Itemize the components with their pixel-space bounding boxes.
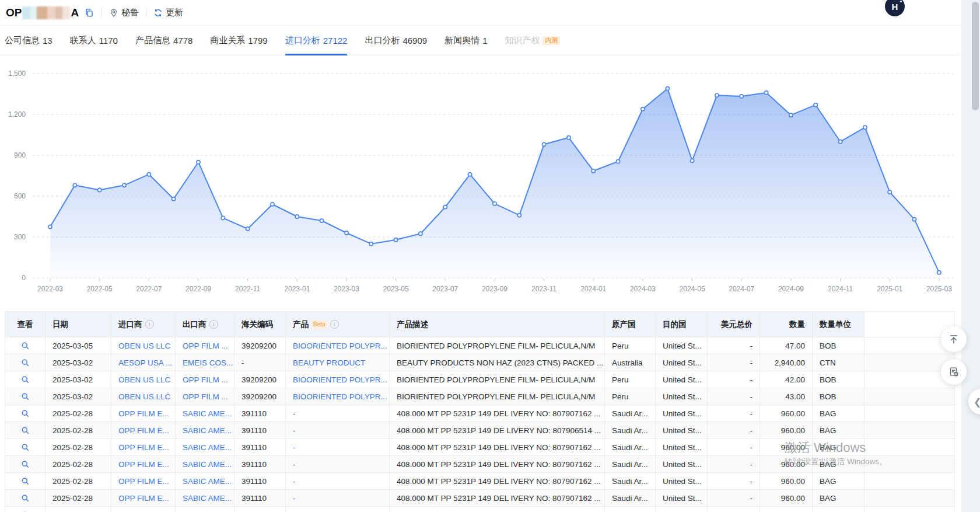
cell-product-link[interactable]: - xyxy=(286,405,390,422)
report-feedback-button[interactable] xyxy=(941,359,967,385)
data-point-marker[interactable] xyxy=(369,242,373,246)
data-point-marker[interactable] xyxy=(740,95,743,98)
view-detail-button[interactable] xyxy=(5,490,46,507)
view-detail-button[interactable] xyxy=(5,371,46,388)
view-detail-button[interactable] xyxy=(5,388,46,405)
data-point-marker[interactable] xyxy=(271,203,274,206)
back-to-top-button[interactable] xyxy=(941,326,967,352)
cell-exporter-link[interactable]: SABIC AME... xyxy=(176,405,235,422)
cell-product-link[interactable]: BIOORIENTED POLYPR... xyxy=(286,337,390,354)
data-point-marker[interactable] xyxy=(691,159,694,162)
tab-intellectual-property[interactable]: 知识产权内测 xyxy=(505,26,560,55)
data-point-marker[interactable] xyxy=(617,159,620,163)
data-point-marker[interactable] xyxy=(937,271,941,274)
cell-product-link[interactable]: - xyxy=(286,490,390,507)
view-detail-button[interactable] xyxy=(5,422,46,439)
cell-importer-link[interactable]: OPP FILM E... xyxy=(111,405,176,422)
data-point-marker[interactable] xyxy=(641,107,645,111)
data-point-marker[interactable] xyxy=(221,216,225,220)
cell-exporter-link[interactable]: SABIC AME... xyxy=(176,422,235,439)
data-point-marker[interactable] xyxy=(48,225,52,228)
cell-importer-link[interactable]: OBEN US LLC xyxy=(111,337,176,354)
data-point-marker[interactable] xyxy=(295,215,299,218)
view-detail-button[interactable] xyxy=(5,439,46,456)
view-detail-button[interactable] xyxy=(5,507,46,512)
cell-exporter-link[interactable]: OPP FILM ... xyxy=(176,388,235,405)
cell-importer-link[interactable]: OPP FILM E... xyxy=(111,439,176,456)
data-point-marker[interactable] xyxy=(789,113,793,117)
cell-importer-link[interactable]: AESOP USA ... xyxy=(111,354,176,371)
cell-product-link[interactable]: - xyxy=(286,439,390,456)
data-point-marker[interactable] xyxy=(592,169,595,173)
cell-product-link[interactable]: BEAUTY PRODUCT xyxy=(286,354,390,371)
data-point-marker[interactable] xyxy=(814,103,817,107)
cell-exporter-link[interactable]: SABIC AME... xyxy=(176,456,235,473)
tab-news-sentiment[interactable]: 新闻舆情1 xyxy=(444,26,487,55)
cell-product-link[interactable]: - xyxy=(286,473,390,490)
data-point-marker[interactable] xyxy=(73,183,76,187)
cell-product-link[interactable]: BIOORIENTED POLYPR... xyxy=(286,388,390,405)
refresh-item[interactable]: 更新 xyxy=(153,7,183,18)
data-point-marker[interactable] xyxy=(394,238,398,242)
location-item[interactable]: 秘鲁 xyxy=(109,7,139,18)
data-point-marker[interactable] xyxy=(888,190,891,194)
cell-importer-link[interactable]: OPP FILM E... xyxy=(111,456,176,473)
tab-import-analysis[interactable]: 进口分析27122 xyxy=(285,26,348,55)
data-point-marker[interactable] xyxy=(542,142,546,146)
data-point-marker[interactable] xyxy=(765,91,768,95)
cell-product-link[interactable]: - xyxy=(286,456,390,473)
tab-count: 27122 xyxy=(323,36,348,46)
view-detail-button[interactable] xyxy=(5,473,46,490)
data-point-marker[interactable] xyxy=(493,202,496,206)
data-point-marker[interactable] xyxy=(197,161,200,164)
copy-icon[interactable] xyxy=(84,8,94,18)
view-detail-button[interactable] xyxy=(5,405,46,422)
view-detail-button[interactable] xyxy=(5,337,46,354)
data-point-marker[interactable] xyxy=(172,197,176,201)
cell-importer-link[interactable]: OPP FILM E... xyxy=(111,473,176,490)
cell-importer-link[interactable]: OPP FILM E... xyxy=(111,507,176,512)
cell-exporter-link[interactable]: SABIC AME... xyxy=(176,507,235,512)
data-point-marker[interactable] xyxy=(443,206,447,209)
tab-export-analysis[interactable]: 出口分析46909 xyxy=(365,26,427,55)
data-point-marker[interactable] xyxy=(98,188,102,191)
data-point-marker[interactable] xyxy=(839,140,842,144)
cell-exporter-link[interactable]: OPP FILM ... xyxy=(176,371,235,388)
tab-company-info[interactable]: 公司信息13 xyxy=(5,26,52,55)
cell-exporter-link[interactable]: SABIC AME... xyxy=(176,439,235,456)
scrollbar-thumb[interactable] xyxy=(972,2,979,110)
cell-importer-link[interactable]: OPP FILM E... xyxy=(111,422,176,439)
tab-product-info[interactable]: 产品信息4778 xyxy=(135,26,192,55)
tab-contacts[interactable]: 联系人1170 xyxy=(70,26,118,55)
data-point-marker[interactable] xyxy=(912,218,916,221)
info-icon[interactable]: i xyxy=(330,320,339,329)
view-detail-button[interactable] xyxy=(5,354,46,371)
cell-exporter-link[interactable]: SABIC AME... xyxy=(176,490,235,507)
tab-business-relations[interactable]: 商业关系1799 xyxy=(210,26,267,55)
data-point-marker[interactable] xyxy=(147,173,150,176)
cell-exporter-link[interactable]: EMEIS COS... xyxy=(176,354,235,371)
data-point-marker[interactable] xyxy=(468,173,472,176)
data-point-marker[interactable] xyxy=(320,219,324,222)
cell-product-link[interactable]: - xyxy=(286,507,390,512)
data-point-marker[interactable] xyxy=(345,231,348,235)
data-point-marker[interactable] xyxy=(567,136,570,140)
info-icon[interactable]: i xyxy=(209,320,218,329)
data-point-marker[interactable] xyxy=(715,93,719,97)
data-point-marker[interactable] xyxy=(863,126,867,129)
data-point-marker[interactable] xyxy=(246,227,250,231)
cell-exporter-link[interactable]: OPP FILM ... xyxy=(176,337,235,354)
app-logo[interactable]: H xyxy=(885,0,905,16)
data-point-marker[interactable] xyxy=(419,232,422,235)
view-detail-button[interactable] xyxy=(5,456,46,473)
cell-importer-link[interactable]: OBEN US LLC xyxy=(111,388,176,405)
cell-exporter-link[interactable]: SABIC AME... xyxy=(176,473,235,490)
cell-importer-link[interactable]: OPP FILM E... xyxy=(111,490,176,507)
data-point-marker[interactable] xyxy=(517,214,521,217)
data-point-marker[interactable] xyxy=(666,87,669,90)
cell-product-link[interactable]: BIOORIENTED POLYPR... xyxy=(286,371,390,388)
data-point-marker[interactable] xyxy=(123,183,126,187)
info-icon[interactable]: i xyxy=(145,320,154,329)
cell-importer-link[interactable]: OBEN US LLC xyxy=(111,371,176,388)
cell-product-link[interactable]: - xyxy=(286,422,390,439)
